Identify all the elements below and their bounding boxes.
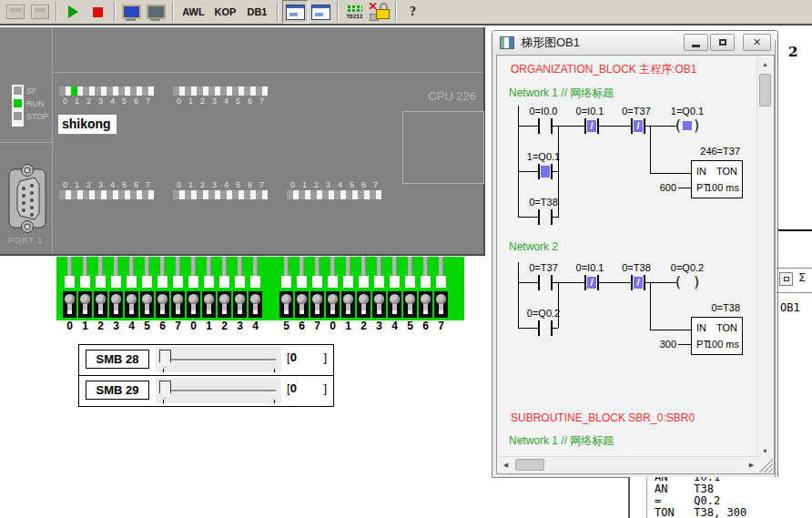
help-button[interactable]: ?: [401, 1, 425, 23]
switch-knob[interactable]: [157, 294, 167, 304]
switch-knob[interactable]: [250, 294, 260, 304]
input-toggle-switch[interactable]: [93, 257, 108, 320]
input-toggle-switch[interactable]: [108, 257, 124, 320]
input-toggle-switch[interactable]: [356, 257, 371, 320]
input-toggle-switch[interactable]: [77, 257, 93, 320]
switch-knob[interactable]: [142, 294, 152, 304]
td200-button[interactable]: TD2II: [342, 1, 367, 23]
led-number: 7: [256, 179, 268, 190]
input-toggle-switch[interactable]: [155, 257, 170, 320]
maximize-button[interactable]: [710, 34, 735, 51]
switch-stem: [83, 304, 87, 310]
window-titlebar[interactable]: 梯形图OB1 ✕: [492, 31, 777, 54]
input-toggle-switch[interactable]: [387, 257, 402, 320]
switch-knob[interactable]: [343, 294, 353, 304]
background-toolbar-border: [776, 292, 812, 293]
hscroll-thumb[interactable]: [515, 459, 544, 471]
smb29-slider[interactable]: [156, 378, 281, 403]
ton-timer-box[interactable]: IN TON PT 100 ms: [691, 160, 743, 198]
nc-contact-active[interactable]: /: [631, 275, 645, 290]
switch-knob[interactable]: [204, 294, 214, 304]
unlock-button[interactable]: ✕: [367, 1, 391, 23]
input-toggle-switch[interactable]: [170, 257, 186, 320]
stop-button[interactable]: [86, 1, 110, 23]
switch-knob[interactable]: [96, 294, 106, 304]
input-toggle-switch[interactable]: [433, 257, 449, 320]
kop-view-button[interactable]: KOP: [209, 1, 241, 23]
status-window-button[interactable]: [309, 1, 333, 23]
no-contact-active[interactable]: [538, 164, 553, 179]
scroll-left-button[interactable]: ◀: [498, 457, 513, 472]
led-number: 0: [59, 179, 71, 190]
input-toggle-switch[interactable]: [186, 257, 201, 320]
switch-knob[interactable]: [359, 294, 369, 304]
switch-knob[interactable]: [328, 294, 338, 304]
switch-knob[interactable]: [405, 294, 415, 304]
input-toggle-switch[interactable]: [124, 257, 139, 320]
input-toggle-switch[interactable]: [325, 257, 340, 320]
load-data-button[interactable]: [27, 1, 52, 23]
awl-view-button[interactable]: AWL: [178, 1, 209, 23]
switch-knob[interactable]: [219, 294, 229, 304]
vscroll-thumb[interactable]: [759, 74, 771, 107]
switch-knob[interactable]: [80, 294, 90, 304]
led-number: 0: [173, 96, 185, 107]
switch-knob[interactable]: [390, 294, 400, 304]
load-program-button[interactable]: [3, 1, 27, 23]
input-toggle-switch[interactable]: [201, 257, 217, 320]
switch-knob[interactable]: [111, 294, 121, 304]
input-toggle-switch[interactable]: [294, 257, 310, 320]
db1-view-button[interactable]: DB1: [241, 1, 273, 23]
input-toggle-switch[interactable]: [217, 257, 232, 320]
monitor-button[interactable]: [119, 1, 144, 23]
input-toggle-switch[interactable]: [248, 257, 263, 320]
input-toggle-switch[interactable]: [402, 257, 418, 320]
switch-knob[interactable]: [188, 294, 198, 304]
switch-knob[interactable]: [65, 294, 75, 304]
minimize-button[interactable]: [684, 34, 708, 51]
coil-inactive[interactable]: (): [675, 274, 699, 290]
no-contact[interactable]: [538, 275, 553, 290]
slider-track[interactable]: [163, 390, 276, 391]
scroll-up-button[interactable]: ▲: [757, 56, 773, 72]
switch-knob[interactable]: [374, 294, 384, 304]
no-contact[interactable]: [538, 320, 553, 336]
input-toggle-switch[interactable]: [62, 257, 77, 320]
run-button[interactable]: [61, 1, 86, 23]
slider-thumb[interactable]: [159, 381, 171, 399]
slider-thumb[interactable]: [159, 350, 171, 368]
switch-knob[interactable]: [421, 294, 431, 304]
input-toggle-switch[interactable]: [232, 257, 248, 320]
ladder-window-button[interactable]: [282, 0, 309, 24]
switch-knob[interactable]: [235, 294, 245, 304]
smb28-slider[interactable]: [156, 347, 281, 372]
monitor-off-button[interactable]: [144, 1, 168, 23]
no-contact[interactable]: [538, 209, 553, 225]
coil-active[interactable]: (): [675, 117, 699, 134]
vertical-scrollbar[interactable]: ▲ ▼: [756, 56, 773, 459]
input-toggle-switch[interactable]: [279, 257, 294, 320]
switch-knob[interactable]: [173, 294, 183, 304]
switch-knob[interactable]: [312, 294, 322, 304]
slider-track[interactable]: [163, 359, 276, 361]
input-toggle-switch[interactable]: [371, 257, 387, 320]
background-window-button[interactable]: [779, 272, 793, 286]
nc-contact-active[interactable]: /: [631, 118, 645, 134]
switch-knob[interactable]: [436, 294, 446, 304]
horizontal-scrollbar[interactable]: ◀ ▶: [498, 456, 759, 472]
switch-knob[interactable]: [127, 294, 137, 304]
no-contact[interactable]: [538, 118, 553, 134]
resize-grip[interactable]: [757, 457, 773, 472]
input-toggle-switch[interactable]: [418, 257, 433, 320]
switch-knob[interactable]: [297, 294, 307, 304]
nc-contact-active[interactable]: /: [584, 275, 599, 290]
close-button[interactable]: ✕: [743, 34, 771, 51]
io-led-off: [83, 190, 89, 199]
divider: [0, 142, 52, 143]
nc-contact-active[interactable]: /: [584, 118, 599, 134]
input-toggle-switch[interactable]: [310, 257, 325, 320]
input-toggle-switch[interactable]: [340, 257, 356, 320]
input-toggle-switch[interactable]: [139, 257, 155, 320]
switch-knob[interactable]: [281, 294, 291, 304]
ton-timer-box[interactable]: IN TON PT 100 ms: [691, 317, 743, 355]
